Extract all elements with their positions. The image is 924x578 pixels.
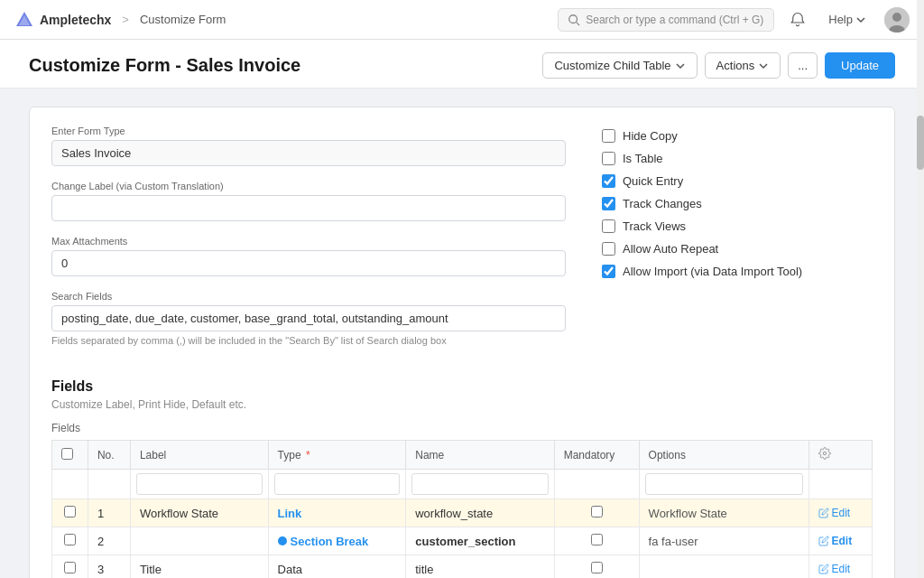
row1-options: Workflow State (639, 499, 808, 527)
allow-auto-repeat-checkbox[interactable] (602, 242, 615, 256)
row3-no: 3 (88, 555, 130, 579)
track-views-label: Track Views (623, 219, 686, 233)
hide-copy-checkbox[interactable] (602, 129, 615, 143)
fields-label: Fields (51, 422, 873, 434)
col-header-label: Label (130, 441, 268, 470)
page-header: Customize Form - Sales Invoice Customize… (0, 40, 924, 89)
row2-no: 2 (88, 527, 130, 555)
checkbox-hide-copy[interactable]: Hide Copy (602, 129, 873, 143)
search-icon (568, 14, 580, 26)
edit-icon (818, 536, 829, 546)
filter-mandatory-col (554, 470, 639, 499)
row2-actions: Edit (808, 527, 873, 555)
filter-no-col (88, 470, 130, 499)
checkbox-is-table[interactable]: Is Table (602, 152, 873, 165)
is-table-checkbox[interactable] (602, 152, 615, 165)
checkbox-quick-entry[interactable]: Quick Entry (602, 174, 873, 188)
checkbox-allow-import[interactable]: Allow Import (via Data Import Tool) (602, 265, 873, 278)
row3-mandatory-checkbox[interactable] (591, 562, 603, 573)
global-search[interactable]: Search or type a command (Ctrl + G) (558, 8, 774, 32)
row2-checkbox-cell (52, 527, 88, 555)
max-attachments-label: Max Attachments (51, 236, 566, 247)
svg-point-7 (823, 452, 827, 455)
filter-options-input[interactable] (645, 473, 803, 495)
row1-no: 1 (88, 499, 130, 527)
notification-bell[interactable] (785, 7, 810, 33)
quick-entry-checkbox[interactable] (602, 174, 615, 188)
track-changes-label: Track Changes (623, 197, 702, 210)
row3-checkbox[interactable] (64, 562, 76, 573)
svg-point-2 (569, 14, 578, 23)
fields-section-title: Fields (51, 378, 873, 395)
row3-type: Data (268, 555, 406, 579)
row1-edit-link[interactable]: Edit (818, 507, 864, 519)
row1-label: Workflow State (130, 499, 268, 527)
enter-form-type-input[interactable] (51, 140, 566, 166)
scrollbar-thumb[interactable] (917, 116, 924, 170)
more-button[interactable]: ... (788, 52, 818, 79)
help-label: Help (828, 13, 853, 26)
row3-mandatory (554, 555, 639, 579)
filter-name-input[interactable] (411, 473, 548, 495)
table-row: 3 Title Data title Edit (52, 555, 873, 579)
row1-mandatory-checkbox[interactable] (591, 506, 603, 517)
checkbox-track-changes[interactable]: Track Changes (602, 197, 873, 210)
row2-name: customer_section (406, 527, 554, 555)
search-fields-hint: Fields separated by comma (,) will be in… (51, 335, 566, 346)
update-label: Update (841, 59, 879, 72)
col-header-type: Type * (268, 441, 406, 470)
user-avatar[interactable] (884, 7, 910, 33)
edit-icon (818, 508, 829, 518)
row2-label (130, 527, 268, 555)
checkbox-track-views[interactable]: Track Views (602, 219, 873, 233)
chevron-down-icon (675, 61, 686, 71)
filter-actions-col (808, 470, 873, 499)
breadcrumb-sep: > (122, 13, 129, 26)
row3-checkbox-cell (52, 555, 88, 579)
track-views-checkbox[interactable] (602, 219, 615, 233)
row1-checkbox[interactable] (64, 506, 76, 517)
row2-options: fa fa-user (639, 527, 808, 555)
row3-actions: Edit (808, 555, 873, 579)
row2-edit-link[interactable]: Edit (818, 535, 864, 547)
scrollbar-track (917, 0, 924, 578)
avatar-icon (884, 7, 910, 33)
app-logo[interactable]: Ampletechx (14, 10, 111, 30)
filter-type-input[interactable] (274, 473, 401, 495)
logo-icon (14, 10, 34, 30)
form-left-col: Enter Form Type Change Label (via Custom… (51, 126, 566, 360)
filter-type-col (268, 470, 406, 499)
allow-auto-repeat-label: Allow Auto Repeat (623, 242, 718, 256)
row3-label: Title (130, 555, 268, 579)
help-menu[interactable]: Help (821, 9, 873, 30)
allow-import-label: Allow Import (via Data Import Tool) (623, 265, 802, 278)
row2-checkbox[interactable] (64, 534, 76, 545)
svg-point-5 (892, 13, 901, 22)
fields-table: No. Label Type * Name Mandatory Options (51, 440, 873, 578)
is-table-label: Is Table (623, 152, 663, 165)
change-label-input[interactable] (51, 195, 566, 221)
row2-mandatory-checkbox[interactable] (591, 534, 603, 545)
max-attachments-input[interactable] (51, 250, 566, 276)
filter-checkbox-col (52, 470, 88, 499)
col-header-no: No. (88, 441, 130, 470)
track-changes-checkbox[interactable] (602, 197, 615, 210)
update-button[interactable]: Update (825, 52, 895, 79)
search-fields-input[interactable] (51, 305, 566, 331)
search-fields-label: Search Fields (51, 291, 566, 302)
allow-import-checkbox[interactable] (602, 265, 615, 278)
row2-type: Section Break (268, 527, 406, 555)
filter-name-col (406, 470, 554, 499)
section-dot (278, 536, 287, 545)
col-header-mandatory: Mandatory (554, 441, 639, 470)
actions-button[interactable]: Actions (705, 52, 781, 79)
search-fields-group: Search Fields Fields separated by comma … (51, 291, 566, 346)
enter-form-type-label: Enter Form Type (51, 126, 566, 136)
select-all-checkbox[interactable] (61, 448, 73, 460)
row3-edit-link[interactable]: Edit (818, 563, 864, 575)
customize-child-table-button[interactable]: Customize Child Table (542, 52, 697, 79)
checkbox-allow-auto-repeat[interactable]: Allow Auto Repeat (602, 242, 873, 256)
row1-type: Link (268, 499, 406, 527)
gear-icon[interactable] (818, 447, 831, 460)
filter-label-input[interactable] (136, 473, 263, 495)
